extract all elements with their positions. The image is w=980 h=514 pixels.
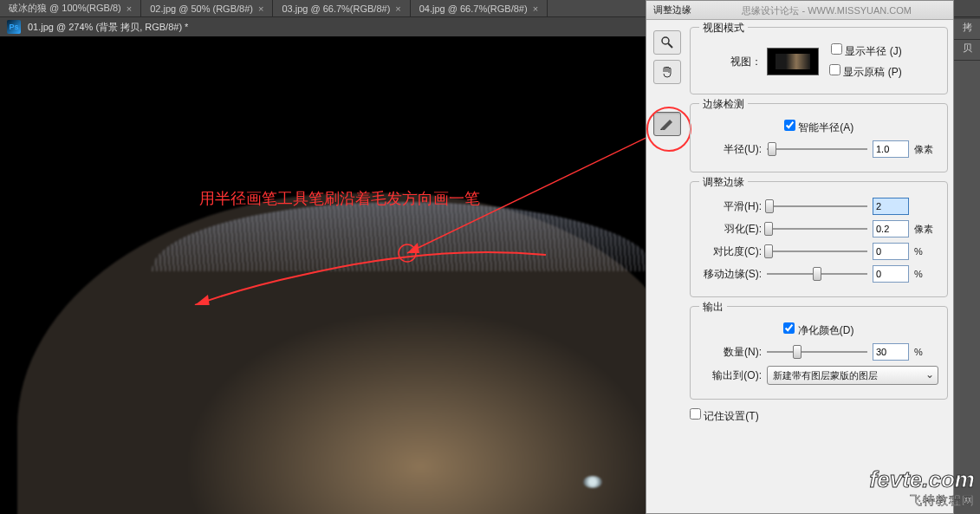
zoom-tool-icon[interactable] (653, 30, 681, 55)
remember-settings-check[interactable]: 记住设置(T) (690, 408, 759, 424)
tab-0[interactable]: 破冰的狼 @ 100%(RGB/8)× (0, 0, 141, 16)
view-label: 视图： (699, 55, 762, 69)
radius-label: 半径(U): (699, 142, 762, 157)
show-original-checkbox[interactable] (829, 64, 840, 75)
wolf-image (17, 193, 646, 514)
canvas[interactable]: 用半径画笔工具笔刷沿着毛发方向画一笔 (0, 36, 646, 514)
output-group: 输出 净化颜色(D) 数量(N): % 输出到(O): 新建带有图层蒙版的图层 (690, 306, 948, 400)
output-to-select[interactable]: 新建带有图层蒙版的图层 (767, 366, 938, 385)
svg-point-3 (662, 37, 669, 44)
shift-edge-input[interactable] (873, 265, 909, 283)
tab-label: 03.jpg @ 66.7%(RGB/8#) (282, 3, 390, 14)
feather-label: 羽化(E): (699, 222, 762, 237)
adjust-edge-group: 调整边缘 平滑(H): 羽化(E): 像素 对比度(C): % 移动边缘(S): (690, 181, 948, 297)
group-label: 视图模式 (699, 21, 748, 36)
radius-input[interactable] (873, 140, 909, 158)
smooth-label: 平滑(H): (699, 199, 762, 214)
document-title: 01.jpg @ 274% (背景 拷贝, RGB/8#) * (28, 21, 188, 34)
tab-2[interactable]: 03.jpg @ 66.7%(RGB/8#)× (273, 0, 410, 16)
radius-slider[interactable] (767, 141, 867, 157)
feather-input[interactable] (873, 220, 909, 237)
contrast-input[interactable] (873, 243, 909, 260)
group-label: 边缘检测 (699, 97, 748, 112)
edge-detection-group: 边缘检测 智能半径(A) 半径(U): 像素 (690, 103, 948, 172)
tab-3[interactable]: 04.jpg @ 66.7%(RGB/8#)× (411, 0, 548, 16)
watermark-top: 思缘设计论坛 - WWW.MISSYUAN.COM (742, 4, 912, 17)
amount-slider[interactable] (767, 344, 867, 360)
feather-slider[interactable] (767, 221, 867, 237)
right-panel-tabs: 拷 贝 (954, 19, 980, 80)
decontaminate-check[interactable]: 净化颜色(D) (783, 322, 853, 338)
dialog-title-text: 调整边缘 (653, 3, 691, 16)
refine-edge-dialog: 调整边缘 思缘设计论坛 - WWW.MISSYUAN.COM 视图模式 视图： … (646, 0, 954, 514)
close-icon[interactable]: × (395, 3, 400, 14)
refine-brush-tool-icon[interactable] (653, 112, 681, 136)
decontaminate-checkbox[interactable] (783, 322, 795, 334)
rightbar-item[interactable]: 贝 (954, 40, 980, 61)
tab-label: 破冰的狼 @ 100%(RGB/8) (9, 2, 121, 15)
remember-settings-checkbox[interactable] (690, 408, 701, 420)
show-radius-checkbox[interactable] (831, 43, 842, 55)
close-icon[interactable]: × (127, 3, 132, 14)
dialog-body: 视图模式 视图： 显示半径 (J) 显示原稿 (P) 边缘检测 智能半径(A) … (646, 20, 953, 436)
unit-label: 像素 (914, 143, 938, 156)
rightbar-item[interactable]: 拷 (954, 19, 980, 40)
amount-label: 数量(N): (699, 345, 762, 360)
tab-label: 04.jpg @ 66.7%(RGB/8#) (419, 3, 528, 14)
tab-1[interactable]: 02.jpg @ 50% (RGB/8#)× (141, 0, 273, 16)
group-label: 输出 (699, 300, 727, 315)
close-icon[interactable]: × (533, 3, 538, 14)
view-mode-group: 视图模式 视图： 显示半径 (J) 显示原稿 (P) (690, 27, 948, 94)
watermark-line1: fevte.com (870, 466, 975, 493)
unit-label: % (914, 347, 938, 357)
amount-input[interactable] (873, 343, 909, 361)
smooth-input[interactable] (873, 198, 909, 215)
hand-tool-icon[interactable] (653, 60, 681, 84)
unit-label: % (914, 269, 938, 279)
tab-label: 02.jpg @ 50% (RGB/8#) (150, 3, 253, 14)
contrast-slider[interactable] (767, 244, 867, 259)
wolf-eye (583, 476, 602, 488)
shift-edge-slider[interactable] (767, 266, 867, 282)
close-icon[interactable]: × (258, 3, 263, 14)
unit-label: % (914, 246, 938, 257)
unit-label: 像素 (914, 223, 938, 236)
shift-edge-label: 移动边缘(S): (699, 267, 762, 282)
output-to-label: 输出到(O): (699, 368, 762, 383)
view-thumbnail[interactable] (767, 48, 819, 75)
smart-radius-checkbox[interactable] (784, 120, 795, 131)
show-original-check[interactable]: 显示原稿 (P) (829, 64, 902, 80)
smart-radius-check[interactable]: 智能半径(A) (784, 120, 853, 135)
watermark-bottom: fevte.com 飞特教程网 (870, 466, 975, 509)
annotation-text: 用半径画笔工具笔刷沿着毛发方向画一笔 (199, 188, 480, 209)
show-radius-check[interactable]: 显示半径 (J) (829, 43, 902, 59)
tool-column (653, 30, 681, 136)
smooth-slider[interactable] (767, 198, 867, 214)
contrast-label: 对比度(C): (699, 244, 762, 259)
svg-line-4 (668, 43, 672, 48)
watermark-line2: 飞特教程网 (870, 493, 975, 509)
group-label: 调整边缘 (699, 175, 748, 190)
photoshop-icon: Ps (7, 20, 21, 34)
